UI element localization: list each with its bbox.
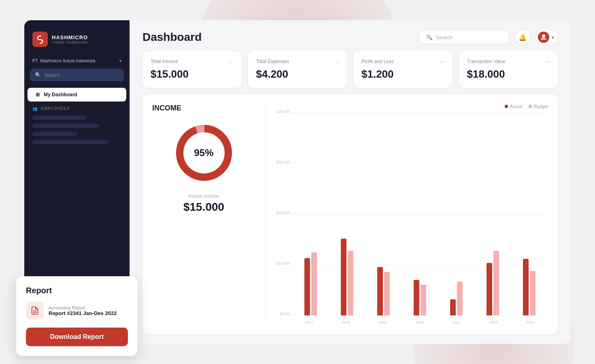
header-search[interactable]: 🔍 xyxy=(420,31,509,44)
stat-transaction-value: $18.000 xyxy=(467,68,505,80)
sidebar-item-label: My Dashboard xyxy=(44,92,77,97)
sidebar-search-icon: 🔍 xyxy=(35,72,41,78)
stat-income-value: $15.000 xyxy=(151,68,189,80)
year-group-2017 xyxy=(293,252,328,315)
bar-budget-2022 xyxy=(493,251,499,315)
x-label-2023: 2023 xyxy=(513,320,548,324)
app-wrapper: HASHMICRO THINK FORWARD PT. Hashmicro So… xyxy=(24,20,571,344)
legend-budget: Budget xyxy=(529,104,548,109)
stat-expenses-label: Total Expenses xyxy=(256,59,289,64)
sidebar-search-input[interactable] xyxy=(45,72,119,78)
avatar xyxy=(538,32,549,43)
income-section: INCOME 95% Actual Income $15.000 xyxy=(142,94,558,334)
year-group-2021 xyxy=(439,281,474,315)
placeholder-bar-4 xyxy=(32,140,108,144)
stat-pnl-more[interactable]: ··· xyxy=(440,58,444,65)
stats-row: Total Income ··· $15.000 Total Expenses … xyxy=(130,51,571,94)
bar-budget-2019 xyxy=(384,272,390,315)
header-search-icon: 🔍 xyxy=(426,34,433,40)
bar-actual-2021 xyxy=(450,299,456,315)
svg-point-3 xyxy=(542,34,545,38)
donut-percent: 95% xyxy=(194,147,213,159)
year-group-2019 xyxy=(366,267,401,315)
report-card: Report Accounting Report Report #2341 Ja… xyxy=(16,276,138,356)
dashboard-icon: ⊞ xyxy=(36,92,40,97)
bar-budget-2023 xyxy=(530,271,536,315)
bar-budget-2018 xyxy=(348,251,353,315)
stat-pnl-label: Profit and Loss xyxy=(361,59,394,64)
report-item-type: Accounting Report xyxy=(49,305,117,310)
sidebar-company[interactable]: PT. Hashmicro Solusi Indonesia ▾ xyxy=(24,55,130,69)
bar-actual-2020 xyxy=(414,280,419,315)
sidebar-section-employees: 👥 EMPLOYEES xyxy=(24,102,130,113)
logo-text: HASHMICRO THINK FORWARD xyxy=(52,34,88,44)
bar-chart: $25.000 $20.000 $15.000 $10.000 $5000 xyxy=(275,113,548,324)
sidebar-item-dashboard[interactable]: ⊞ My Dashboard xyxy=(28,88,126,102)
user-chevron-icon: ▾ xyxy=(552,35,554,40)
bar-budget-2017 xyxy=(311,252,317,315)
svg-point-0 xyxy=(39,35,41,37)
grid-label-1: $25.000 xyxy=(275,110,290,114)
actual-income-value: $15.000 xyxy=(183,201,224,214)
bar-actual-2018 xyxy=(341,239,346,315)
logo-tagline: THINK FORWARD xyxy=(52,40,88,44)
donut-chart: 95% xyxy=(172,121,236,185)
year-group-2018 xyxy=(329,239,364,315)
stat-card-expenses: Total Expenses ··· $4.200 xyxy=(248,51,347,88)
bar-actual-2023 xyxy=(523,259,529,315)
stat-card-expenses-header: Total Expenses ··· xyxy=(256,58,339,65)
sidebar-search[interactable]: 🔍 xyxy=(30,69,124,81)
bell-icon: 🔔 xyxy=(518,34,527,41)
stat-transaction-more[interactable]: ··· xyxy=(545,58,550,65)
main-content: Dashboard 🔍 🔔 ▾ xyxy=(130,20,571,344)
legend-budget-label: Budget xyxy=(534,104,548,109)
year-group-2020 xyxy=(402,280,437,315)
page-title: Dashboard xyxy=(142,31,202,44)
logo-icon xyxy=(32,32,48,47)
company-name: PT. Hashmicro Solusi Indonesia xyxy=(32,58,95,63)
actual-income-label: Actual Income xyxy=(188,193,219,199)
logo-name: HASHMICRO xyxy=(52,34,88,40)
header-search-input[interactable] xyxy=(436,34,502,40)
year-group-2022 xyxy=(475,251,510,315)
bar-actual-2022 xyxy=(487,263,492,315)
x-label-2022: 2022 xyxy=(476,320,511,324)
bar-actual-2019 xyxy=(377,267,383,315)
download-report-button[interactable]: Download Report xyxy=(26,328,128,346)
bar-budget-2020 xyxy=(421,285,426,315)
stat-transaction-label: Transaction Value xyxy=(467,59,506,64)
stat-income-label: Total Income xyxy=(151,59,178,64)
document-icon xyxy=(30,306,39,315)
stat-pnl-value: $1.200 xyxy=(361,68,394,80)
user-menu-button[interactable]: ▾ xyxy=(536,30,558,44)
stat-income-more[interactable]: ··· xyxy=(229,58,234,65)
legend-actual: Actual xyxy=(505,104,523,109)
donut-center: 95% xyxy=(194,147,213,159)
income-left: INCOME 95% Actual Income $15.000 xyxy=(152,104,266,324)
company-chevron-icon[interactable]: ▾ xyxy=(119,59,121,63)
legend-actual-label: Actual xyxy=(510,104,523,109)
stat-card-pnl-header: Profit and Loss ··· xyxy=(361,58,444,65)
stat-card-transaction-header: Transaction Value ··· xyxy=(467,58,550,65)
stat-card-income: Total Income ··· $15.000 xyxy=(142,51,242,88)
income-right: Actual Budget $25.000 $20.000 $15.000 $1… xyxy=(275,104,548,324)
x-labels: 2017 2018 2019 2020 2021 2022 2023 xyxy=(291,320,548,324)
x-label-2021: 2021 xyxy=(439,320,474,324)
stat-expenses-more[interactable]: ··· xyxy=(334,58,339,65)
notification-button[interactable]: 🔔 xyxy=(515,30,530,44)
header: Dashboard 🔍 🔔 ▾ xyxy=(130,20,571,51)
stat-card-pnl: Profit and Loss ··· $1.200 xyxy=(353,51,453,88)
sidebar-placeholder-items xyxy=(24,113,130,146)
report-item-name: Report #2341 Jan-Des 2022 xyxy=(49,310,117,316)
sidebar-logo-area: HASHMICRO THINK FORWARD xyxy=(24,20,130,55)
x-label-2019: 2019 xyxy=(365,320,400,324)
report-item: Accounting Report Report #2341 Jan-Des 2… xyxy=(26,302,128,320)
stat-card-transaction: Transaction Value ··· $18.000 xyxy=(459,51,558,88)
bars-area xyxy=(291,113,548,315)
grid-label-2: $20.000 xyxy=(275,160,290,164)
legend-dot-budget xyxy=(529,105,532,108)
bar-actual-2017 xyxy=(304,258,310,315)
employees-icon: 👥 xyxy=(32,106,38,111)
income-title: INCOME xyxy=(152,104,181,112)
x-label-2017: 2017 xyxy=(291,320,327,324)
